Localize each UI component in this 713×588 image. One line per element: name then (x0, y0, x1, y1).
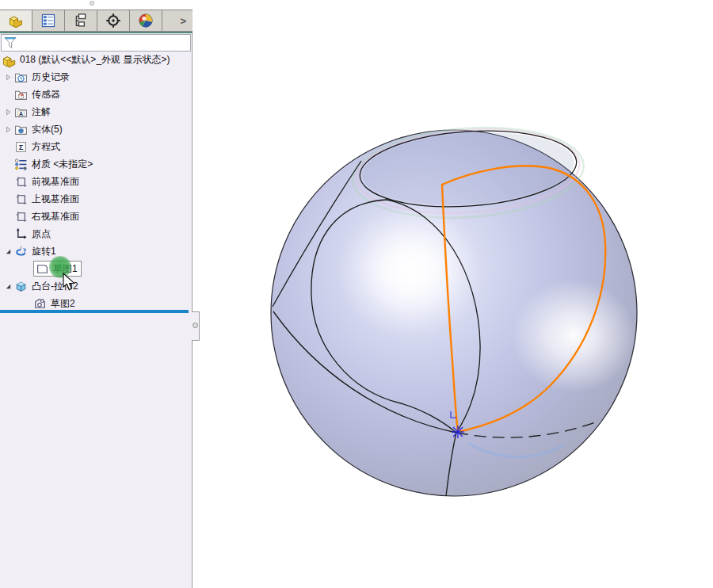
tree-item-label: 上视基准面 (32, 193, 79, 206)
tab-displaymanager[interactable] (130, 10, 162, 31)
extrude-icon (14, 280, 28, 293)
featuremanager-panel: > 018 (默认<<默认>_外观 显示状态>)历史记录传感器A注解实体(5)Σ… (0, 0, 193, 588)
plane-icon (14, 210, 28, 223)
equations-icon: Σ (14, 140, 28, 154)
sensors-folder-icon (14, 88, 28, 101)
panel-splitter-handle[interactable] (192, 311, 200, 341)
tabbar-overflow-chevron[interactable]: > (162, 10, 193, 31)
origin-icon (14, 227, 28, 241)
plane-icon (14, 175, 28, 189)
arrow-spacer (2, 175, 14, 188)
configurationmanager-icon (73, 13, 89, 29)
tree-item-sensors[interactable]: 传感器 (0, 86, 192, 103)
arrow-spacer (2, 210, 14, 223)
tree-item-label: 前视基准面 (32, 175, 79, 189)
tree-item-label: 注解 (32, 105, 51, 119)
history-folder-icon (14, 71, 28, 84)
part-icon (2, 53, 17, 67)
expand-arrow-open-icon[interactable] (2, 245, 14, 258)
tabbar-underline (0, 32, 193, 33)
tree-item-label: 方程式 (32, 140, 60, 154)
plane-icon (14, 193, 28, 206)
expand-arrow-closed-icon[interactable] (2, 123, 14, 136)
arrow-spacer (21, 297, 33, 310)
annotations-folder-icon: A (14, 105, 28, 119)
expand-arrow-closed-icon[interactable] (2, 105, 14, 118)
arrow-spacer (2, 88, 14, 101)
arrow-spacer (2, 158, 14, 170)
sketch2-icon (33, 297, 47, 311)
solid-bodies-folder-icon (14, 123, 28, 136)
tree-item-label: 传感器 (32, 88, 60, 101)
tree-item-solid-bodies[interactable]: 实体(5) (0, 120, 192, 138)
tree-root-part[interactable]: 018 (默认<<默认>_外观 显示状态>) (0, 51, 192, 68)
tree-item-label: 历史记录 (32, 71, 70, 84)
tree-item-label: 右视基准面 (32, 210, 79, 223)
expand-arrow-closed-icon[interactable] (2, 71, 14, 83)
tree-item-top-plane[interactable]: 上视基准面 (0, 190, 192, 208)
tree-item-equations[interactable]: Σ方程式 (0, 138, 192, 155)
sketch-icon (36, 262, 49, 276)
panel-grip-dot[interactable] (90, 1, 94, 6)
arrow-spacer (2, 140, 14, 153)
tree-item-label: 草图2 (51, 297, 75, 311)
tree-item-right-plane[interactable]: 右视基准面 (0, 208, 192, 225)
tree-filter-bar[interactable] (1, 34, 191, 52)
mouse-cursor (63, 273, 76, 295)
propertymanager-icon (40, 13, 56, 29)
revolve-icon (14, 245, 28, 258)
tree-item-boss-extrude2[interactable]: 凸台-拉伸2 (0, 277, 192, 295)
tree-item-label: 实体(5) (32, 123, 63, 136)
material-icon (14, 158, 28, 171)
panel-top-strip (0, 0, 193, 10)
rollback-bar[interactable] (0, 310, 189, 313)
arrow-spacer (2, 193, 14, 205)
tab-dimxpertmanager[interactable] (97, 10, 130, 31)
specular-highlight-left (337, 204, 483, 338)
tab-propertymanager[interactable] (32, 10, 65, 31)
tree-item-material[interactable]: 材质 <未指定> (0, 155, 192, 173)
dimxpert-icon (105, 13, 121, 29)
tree-item-label: 材质 <未指定> (32, 158, 93, 171)
part-icon (8, 13, 24, 29)
tab-configurationmanager[interactable] (65, 10, 97, 31)
tree-item-label: 旋转1 (32, 245, 56, 258)
specular-highlight-right (512, 279, 635, 393)
feature-tree: 018 (默认<<默认>_外观 显示状态>)历史记录传感器A注解实体(5)Σ方程… (0, 51, 192, 312)
tree-item-sketch1[interactable]: 草图1 (0, 260, 192, 277)
panel-tabbar: > (0, 10, 193, 32)
tree-item-annotations[interactable]: A注解 (0, 103, 192, 120)
tree-item-history[interactable]: 历史记录 (0, 68, 192, 86)
arrow-spacer (2, 227, 14, 240)
svg-text:A: A (19, 110, 23, 116)
svg-text:Σ: Σ (19, 143, 24, 151)
tree-item-revolve1[interactable]: 旋转1 (0, 242, 192, 260)
tree-item-label: 原点 (32, 227, 51, 241)
displaymanager-icon (138, 13, 154, 29)
tab-featuremanager-design-tree[interactable] (0, 10, 32, 31)
tree-item-front-plane[interactable]: 前视基准面 (0, 173, 192, 190)
tree-item-origin[interactable]: 原点 (0, 225, 192, 242)
expand-arrow-open-icon[interactable] (2, 280, 14, 292)
filter-funnel-icon (3, 36, 17, 50)
arrow-spacer (21, 262, 33, 275)
splitter-grip-dot (193, 323, 198, 328)
tree-root-label: 018 (默认<<默认>_外观 显示状态>) (20, 53, 170, 67)
